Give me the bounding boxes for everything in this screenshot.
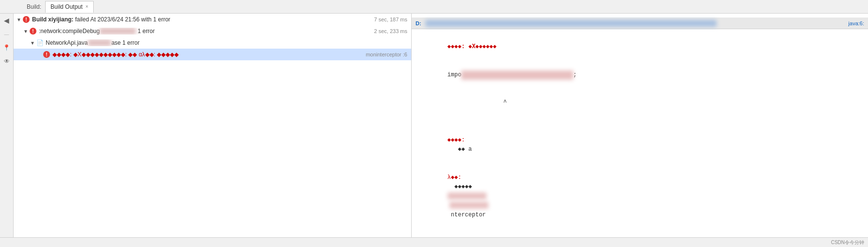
file-path-start: D: bbox=[416, 20, 421, 26]
pin-icon[interactable]: 📍 bbox=[2, 43, 12, 53]
build-output-tab[interactable]: Build Output × bbox=[45, 1, 94, 13]
task-label-suffix: 1 error bbox=[136, 28, 155, 35]
root-label: Build xiyijiang: failed At 2023/6/24 21:… bbox=[32, 16, 368, 23]
line-ref: java:6: bbox=[849, 20, 864, 26]
error-icon-root: ! bbox=[22, 16, 30, 23]
tab-label: Build Output bbox=[50, 3, 83, 10]
error-icon-error-line: ! bbox=[43, 51, 50, 58]
note2-blurred1 bbox=[448, 193, 486, 199]
root-label-bold: Build xiyijiang: bbox=[32, 16, 73, 23]
expand-arrow-root[interactable]: ▼ bbox=[16, 17, 22, 22]
file-path-blurred bbox=[425, 20, 717, 27]
code-line-empty bbox=[419, 117, 860, 126]
import-blurred: rt nterceptor.a bbox=[461, 71, 573, 80]
note1-label: ◆◆◆◆: bbox=[448, 137, 465, 143]
build-label: Build: bbox=[27, 3, 41, 10]
import-suffix: ; bbox=[573, 71, 577, 78]
tree-row-error[interactable]: ! ◆◆◆◆: ◆Χ◆◆◆◆◆◆◆◆◆◆: ◆◆ αλ◆◆: ◆◆◆◆◆ mon… bbox=[14, 49, 411, 60]
error-line-ref: moninterceptor :6 bbox=[366, 52, 407, 57]
bottom-bar-text: CSDN令今分钟 bbox=[831, 239, 864, 246]
tab-bar: Build: Build Output × bbox=[0, 0, 868, 14]
tree-row-root[interactable]: ▼ ! Build xiyijiang: failed At 2023/6/24… bbox=[14, 14, 411, 25]
code-line-note2: λ◆◆: ◆◆◆◆◆ nterceptor bbox=[419, 164, 860, 229]
file-icon: 📄 bbox=[36, 39, 44, 47]
eye-icon[interactable]: 👁 bbox=[2, 56, 12, 66]
file-label-suffix: ase 1 error bbox=[111, 39, 139, 46]
note2-label: λ◆◆: bbox=[448, 174, 462, 181]
code-line-import: import nterceptor.a; bbox=[419, 61, 860, 89]
expand-arrow-file[interactable]: ▼ bbox=[29, 40, 36, 46]
tab-close-button[interactable]: × bbox=[85, 4, 88, 9]
code-content: ◆◆◆◆: ◆Χ◆◆◆◆◆◆ import nterceptor.a; ^ ◆◆… bbox=[412, 29, 868, 233]
error-line-label: ◆◆◆◆: ◆Χ◆◆◆◆◆◆◆◆◆◆: ◆◆ αλ◆◆: ◆◆◆◆◆ bbox=[52, 51, 360, 58]
error-icon-task: ! bbox=[29, 27, 37, 35]
note2-blurred2 bbox=[450, 202, 488, 209]
note2-suffix: nterceptor bbox=[448, 212, 486, 218]
expand-arrow-task[interactable]: ▼ bbox=[22, 29, 29, 34]
code-line-caret: ^ bbox=[419, 89, 860, 117]
code-line-note1: ◆◆◆◆: ◆◆ a bbox=[419, 126, 860, 164]
note1-content: ◆◆ a bbox=[448, 146, 472, 153]
root-time: 7 sec, 187 ms bbox=[374, 17, 407, 22]
task-label-blurred: Javawithjavac bbox=[100, 28, 136, 35]
code-panel[interactable]: D: java:6: ◆◆◆◆: ◆Χ◆◆◆◆◆◆ import ntercep… bbox=[412, 14, 868, 237]
error-line-text: ◆◆◆◆: ◆Χ◆◆◆◆◆◆◆◆◆◆: ◆◆ αλ◆◆: ◆◆◆◆◆ bbox=[52, 51, 179, 58]
divider-icon: — bbox=[2, 29, 12, 39]
task-time: 2 sec, 233 ms bbox=[374, 28, 407, 34]
caret-spaces bbox=[448, 99, 503, 106]
file-label-normal: NetworkApi.java bbox=[46, 39, 88, 46]
file-label-blurred: src/main/ bbox=[88, 39, 112, 46]
code-line-error-label: ◆◆◆◆: ◆Χ◆◆◆◆◆◆ bbox=[419, 33, 860, 61]
build-output-panel[interactable]: ▼ ! Build xiyijiang: failed At 2023/6/24… bbox=[14, 14, 412, 237]
back-icon[interactable]: ◀ bbox=[2, 16, 12, 25]
error-label-text: ◆◆◆◆: ◆Χ◆◆◆◆◆◆ bbox=[448, 43, 497, 50]
root-label-normal: failed At 2023/6/24 21:56 with 1 error bbox=[75, 16, 170, 23]
bottom-bar: CSDN令今分钟 bbox=[0, 237, 868, 247]
import-prefix: impo bbox=[448, 71, 462, 78]
code-panel-header: D: java:6: bbox=[412, 18, 868, 29]
note2-content: ◆◆◆◆◆ bbox=[448, 183, 472, 190]
caret-symbol: ^ bbox=[503, 99, 507, 106]
task-label-normal: :network:compileDebug bbox=[39, 28, 100, 35]
tree-row-file[interactable]: ▼ 📄 NetworkApi.javasrc/main/ase 1 error bbox=[14, 37, 411, 49]
file-label: NetworkApi.javasrc/main/ase 1 error bbox=[46, 39, 407, 46]
tree-row-task[interactable]: ▼ ! :network:compileDebugJavawithjavac 1… bbox=[14, 25, 411, 37]
main-layout: ◀ — 📍 👁 ▼ ! Build xiyijiang: failed At 2… bbox=[0, 14, 868, 237]
sidebar: ◀ — 📍 👁 bbox=[0, 14, 14, 237]
task-label: :network:compileDebugJavawithjavac 1 err… bbox=[39, 28, 368, 35]
